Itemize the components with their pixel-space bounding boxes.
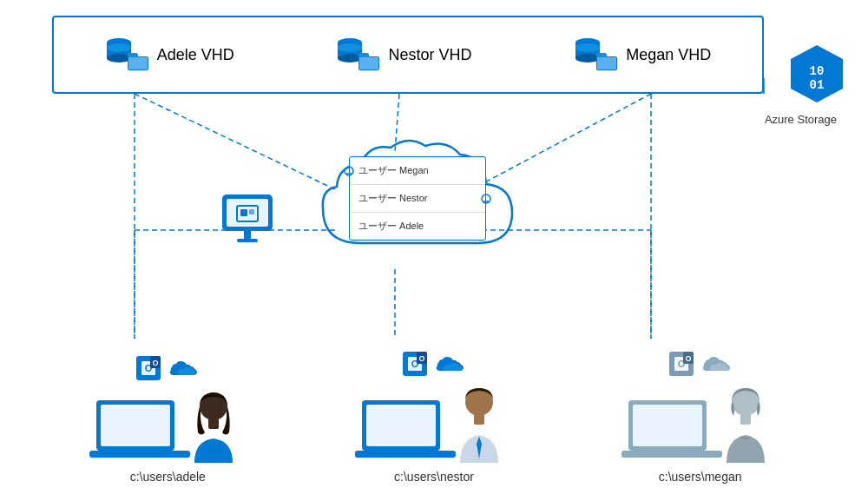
user-item-adele: O O <box>81 354 254 484</box>
user-layer-megan: ユーザー Megan <box>350 157 485 185</box>
svg-rect-53 <box>101 405 170 446</box>
megan-vhd-label: Megan VHD <box>626 46 711 64</box>
nestor-vhd-item: Nestor VHD <box>336 36 471 74</box>
megan-person-icon <box>711 385 780 463</box>
adele-db-icon <box>105 36 150 74</box>
svg-rect-41 <box>244 230 251 239</box>
cloud-section: ユーザー Megan ユーザー Nestor ユーザー Adele <box>312 130 521 278</box>
svg-rect-39 <box>240 209 247 216</box>
user-item-nestor: O O <box>347 350 521 484</box>
adele-vhd-label: Adele VHD <box>157 46 234 64</box>
svg-rect-18 <box>128 57 148 69</box>
svg-rect-74 <box>633 405 702 446</box>
svg-line-1 <box>135 94 339 191</box>
user-layer-nestor-label: ユーザー Nestor <box>358 192 427 205</box>
megan-onedrive-icon <box>700 353 733 378</box>
svg-rect-63 <box>366 405 436 446</box>
diagram-container: Adele VHD Nestor VHD <box>0 0 868 501</box>
megan-computer-row <box>620 385 780 463</box>
nestor-outlook-icon: O O <box>401 350 429 378</box>
nestor-onedrive-icon <box>434 353 467 378</box>
svg-text:10: 10 <box>810 64 825 78</box>
adele-outlook-icon: O O <box>135 354 162 382</box>
monitor-icon <box>221 194 282 254</box>
megan-app-icons: O O <box>667 350 733 378</box>
svg-point-29 <box>575 43 600 52</box>
connector-icon-nestor <box>480 193 492 205</box>
connector-icon-megan <box>343 165 355 177</box>
megan-laptop-icon <box>620 393 724 463</box>
user-layer-adele: ユーザー Adele <box>350 213 485 240</box>
user-layer-megan-label: ユーザー Megan <box>358 164 429 177</box>
adele-person-icon <box>179 389 248 463</box>
svg-rect-32 <box>597 57 616 69</box>
nestor-computer-row <box>353 385 514 463</box>
svg-text:O: O <box>685 354 691 363</box>
svg-point-21 <box>338 54 362 63</box>
adele-onedrive-icon <box>168 358 201 382</box>
user-layer-nestor: ユーザー Nestor <box>350 185 485 213</box>
user-layer-adele-label: ユーザー Adele <box>358 220 424 233</box>
svg-rect-75 <box>621 451 722 458</box>
svg-rect-42 <box>237 239 258 242</box>
vhd-box: Adele VHD Nestor VHD <box>52 16 764 94</box>
adele-app-icons: O O <box>135 354 201 382</box>
svg-rect-40 <box>249 209 254 214</box>
nestor-db-icon <box>336 36 381 74</box>
svg-point-15 <box>107 43 131 52</box>
svg-point-28 <box>575 54 600 63</box>
hex-icon: 10 01 <box>788 43 845 104</box>
megan-vhd-item: Megan VHD <box>574 36 711 74</box>
nestor-app-icons: O O <box>401 350 467 378</box>
svg-rect-25 <box>359 57 378 69</box>
svg-rect-67 <box>474 414 484 425</box>
users-section: O O <box>0 350 868 484</box>
svg-rect-77 <box>740 414 751 425</box>
svg-rect-56 <box>208 419 219 429</box>
azure-storage-badge: 10 01 <box>788 43 845 108</box>
user-layers-panel: ユーザー Megan ユーザー Nestor ユーザー Adele <box>349 156 486 241</box>
svg-point-14 <box>107 54 131 63</box>
megan-path-label: c:\users\megan <box>659 470 742 484</box>
adele-computer-row <box>88 389 248 463</box>
svg-point-22 <box>338 43 362 52</box>
megan-outlook-icon: O O <box>667 350 695 378</box>
adele-vhd-item: Adele VHD <box>105 36 234 74</box>
adele-path-label: c:\users\adele <box>130 470 206 484</box>
azure-storage-label: Azure Storage <box>765 111 837 127</box>
user-item-megan: O O <box>614 350 787 484</box>
nestor-path-label: c:\users\nestor <box>394 470 474 484</box>
svg-rect-64 <box>355 451 456 458</box>
svg-rect-54 <box>89 451 190 458</box>
monitor-svg <box>221 194 282 250</box>
svg-text:O: O <box>418 354 424 363</box>
nestor-laptop-icon <box>353 393 457 463</box>
adele-laptop-icon <box>88 393 192 463</box>
nestor-person-icon <box>444 385 514 463</box>
megan-db-icon <box>574 36 619 74</box>
nestor-vhd-label: Nestor VHD <box>388 46 471 64</box>
svg-text:O: O <box>153 359 159 367</box>
svg-text:01: 01 <box>810 78 825 92</box>
